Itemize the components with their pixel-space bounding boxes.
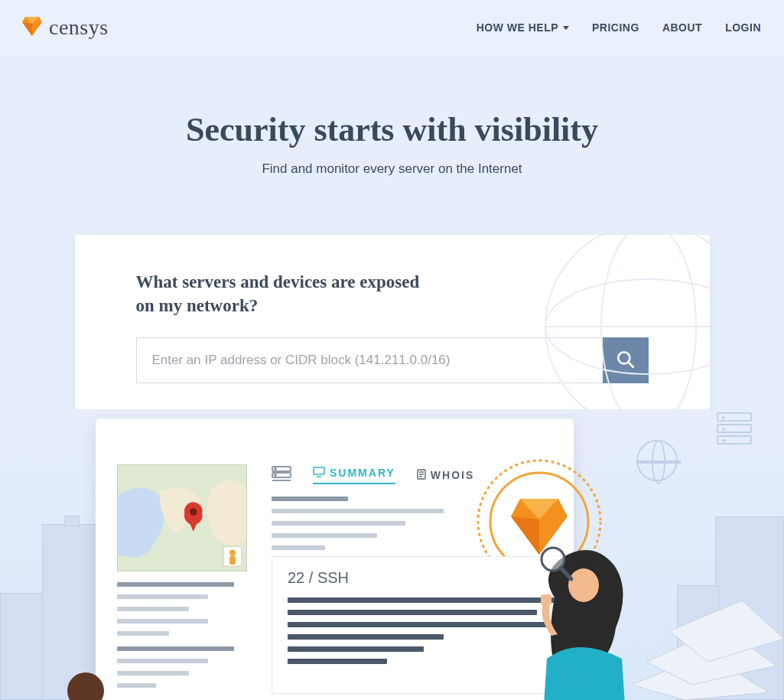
search-button[interactable] [603, 337, 649, 383]
svg-point-0 [545, 235, 710, 423]
nav-how-we-help-label: HOW WE HELP [477, 21, 558, 34]
map-thumbnail [117, 464, 247, 571]
svg-point-24 [275, 474, 276, 476]
brand-name: censys [49, 15, 109, 40]
tab-summary: SUMMARY [313, 467, 395, 484]
nav-links: HOW WE HELP PRICING ABOUT LOGIN [477, 21, 761, 34]
svg-rect-25 [314, 467, 324, 474]
nav-login[interactable]: LOGIN [725, 21, 761, 34]
svg-rect-34 [541, 594, 551, 605]
svg-point-16 [190, 508, 197, 516]
hero: Security starts with visibility Find and… [0, 55, 784, 204]
search-row [136, 337, 649, 383]
nav-about[interactable]: ABOUT [662, 21, 702, 34]
svg-line-32 [561, 568, 571, 579]
chevron-down-icon [563, 26, 569, 30]
svg-point-2 [601, 235, 696, 423]
search-input[interactable] [136, 337, 603, 383]
monitor-icon [313, 467, 325, 480]
navbar: censys HOW WE HELP PRICING ABOUT LOGIN [0, 0, 784, 55]
nav-how-we-help[interactable]: HOW WE HELP [477, 21, 569, 34]
brand-logo-link[interactable]: censys [21, 15, 109, 41]
nav-pricing[interactable]: PRICING [592, 21, 639, 34]
svg-point-23 [275, 468, 276, 470]
search-icon [616, 350, 636, 372]
hero-illustration: SUMMARY WHOIS 22 / SSH [0, 409, 784, 700]
nav-about-label: ABOUT [662, 21, 702, 34]
globe-decor-icon [534, 235, 710, 423]
nav-pricing-label: PRICING [592, 21, 639, 34]
document-icon [417, 469, 426, 482]
hero-subtitle: Find and monitor every server on the Int… [15, 161, 769, 177]
server-rack-icon [717, 412, 752, 447]
tab-whois: WHOIS [417, 469, 474, 482]
tab-summary-label: SUMMARY [330, 467, 395, 479]
result-mockup: SUMMARY WHOIS 22 / SSH [96, 418, 574, 700]
tab-whois-label: WHOIS [431, 469, 474, 481]
mockup-tabs: SUMMARY WHOIS [272, 466, 474, 484]
search-card: What servers and devices are exposed on … [75, 235, 710, 423]
magnifier-icon [533, 542, 576, 585]
mockup-left-lines [117, 582, 247, 695]
server-icon [272, 466, 291, 484]
globe-icon [636, 440, 678, 481]
hero-title: Security starts with visibility [15, 110, 769, 149]
mockup-summary-lines [272, 497, 463, 558]
svg-point-18 [229, 549, 236, 555]
logo-icon [21, 15, 43, 41]
search-prompt: What servers and devices are exposed on … [136, 270, 427, 317]
svg-rect-19 [229, 555, 236, 565]
nav-login-label: LOGIN [725, 21, 761, 34]
svg-line-9 [628, 362, 633, 367]
